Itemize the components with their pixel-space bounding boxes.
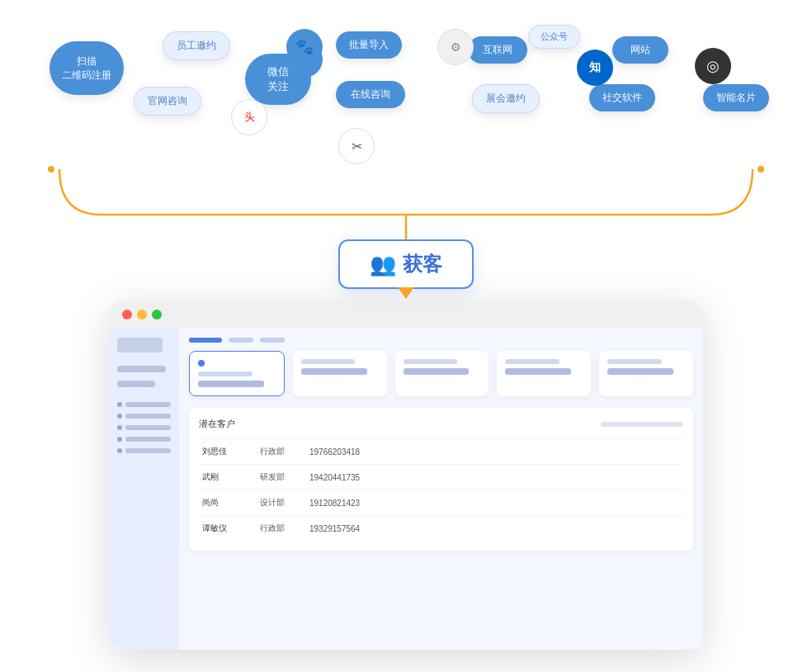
stat-title-1 (198, 371, 253, 376)
stat-title-3 (404, 359, 458, 364)
bubble-smart-card: 智能名片 (703, 84, 769, 111)
tool-icon: ⚙ (437, 29, 474, 65)
toutiao-icon: 头 (231, 99, 267, 135)
section-title: 潜在客户 (199, 418, 235, 430)
stat-dot-1 (198, 360, 205, 367)
table-header: 潜在客户 (199, 418, 683, 430)
customer-phone-1: 19766203418 (309, 447, 360, 457)
table-row[interactable]: 尚尚 设计部 19120821423 (199, 490, 683, 515)
huoke-box: 👥 获客 (338, 239, 474, 289)
main-content: 潜在客户 刘思佳 行政部 19766203418 武刚 研发部 19420441… (179, 328, 703, 650)
browser-mockup: 潜在客户 刘思佳 行政部 19766203418 武刚 研发部 19420441… (109, 301, 703, 650)
tab-bar (189, 338, 693, 343)
customer-name-3: 尚尚 (202, 497, 243, 509)
stat-card-1[interactable] (189, 351, 285, 396)
maximize-dot (152, 310, 162, 319)
tab-inactive-2[interactable] (260, 338, 285, 343)
table-row[interactable]: 武刚 研发部 19420441735 (199, 464, 683, 490)
svg-point-2 (758, 166, 764, 173)
stat-value-2 (301, 368, 367, 375)
bubble-official-consult: 官网咨询 (134, 87, 201, 116)
bubbles-section: 扫描二维码注册 员工邀约 官网咨询 微信关注 批量导入 在线咨询 互联网 公众号 (0, 0, 812, 281)
stat-card-3[interactable] (395, 351, 489, 396)
customer-phone-2: 19420441735 (309, 473, 360, 482)
bubble-exhibition: 展会邀约 (472, 84, 540, 113)
stat-card-2[interactable] (293, 351, 387, 396)
camera-icon: ◎ (695, 48, 731, 84)
minimize-dot (137, 310, 147, 319)
nav-item-3 (117, 425, 171, 430)
customer-name-1: 刘思佳 (202, 446, 243, 457)
tag-icon: ✂ (338, 128, 375, 164)
bubble-online-consult: 在线咨询 (336, 81, 405, 108)
stat-value-1 (198, 381, 264, 387)
bubble-scan-qr: 扫描二维码注册 (50, 41, 124, 95)
sidebar-item-2 (117, 381, 155, 387)
nav-item-5 (117, 448, 171, 453)
bubble-employee-invite: 员工邀约 (163, 31, 230, 60)
huoke-icon: 👥 (370, 252, 396, 277)
nav-item-1 (117, 402, 171, 407)
bubbles-container: 扫描二维码注册 员工邀约 官网咨询 微信关注 批量导入 在线咨询 互联网 公众号 (35, 25, 777, 256)
stat-title-4 (505, 359, 559, 364)
stat-value-5 (607, 368, 673, 375)
table-row[interactable]: 刘思佳 行政部 19766203418 (199, 438, 683, 464)
customer-table: 潜在客户 刘思佳 行政部 19766203418 武刚 研发部 19420441… (189, 408, 693, 551)
nav-item-4 (117, 437, 171, 442)
stat-value-3 (404, 368, 470, 375)
bubble-website: 网站 (612, 36, 668, 64)
table-row[interactable]: 谭敏仪 行政部 19329157564 (199, 515, 683, 541)
stats-row (189, 351, 693, 396)
bubble-internet: 互联网 (468, 36, 527, 64)
browser-body: 潜在客户 刘思佳 行政部 19766203418 武刚 研发部 19420441… (109, 328, 703, 650)
close-dot (122, 310, 132, 319)
customer-phone-3: 19120821423 (309, 499, 360, 508)
bubble-batch-import: 批量导入 (336, 31, 402, 59)
stat-title-5 (607, 359, 662, 364)
stat-card-4[interactable] (497, 351, 591, 396)
customer-dept-1: 行政部 (260, 446, 293, 457)
tab-active[interactable] (189, 338, 222, 343)
svg-point-1 (48, 166, 54, 173)
customer-name-2: 武刚 (202, 471, 243, 483)
stat-card-5[interactable] (599, 351, 693, 396)
bubble-social: 社交软件 (589, 84, 655, 111)
paw-icon: 🐾 (286, 29, 323, 65)
customer-dept-3: 设计部 (260, 497, 293, 509)
tab-inactive-1[interactable] (229, 338, 253, 343)
customer-name-4: 谭敏仪 (202, 523, 243, 534)
bubble-wechat-oa: 公众号 (528, 25, 580, 49)
browser-titlebar (109, 301, 703, 328)
stat-title-2 (301, 359, 356, 364)
stat-value-4 (505, 368, 571, 375)
zhihu-icon: 知 (577, 50, 613, 86)
customer-phone-4: 19329157564 (309, 524, 360, 533)
table-search-bar (601, 422, 683, 427)
sidebar-nav (117, 402, 171, 453)
huoke-label: 获客 (403, 251, 442, 277)
sidebar-item-1 (117, 366, 166, 372)
nav-item-2 (117, 414, 171, 419)
sidebar-logo (117, 338, 163, 353)
browser-sidebar (109, 328, 179, 650)
customer-dept-2: 研发部 (260, 471, 293, 483)
down-arrow-icon (398, 287, 414, 299)
customer-dept-4: 行政部 (260, 523, 293, 534)
